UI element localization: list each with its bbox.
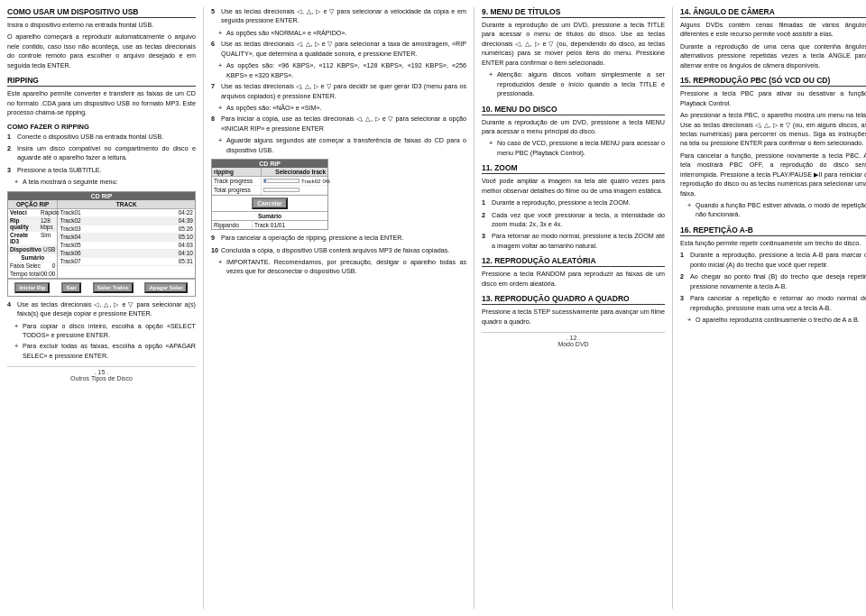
ab-step-1-num: 1 — [680, 251, 687, 270]
cdrip-table: CD RIP OPÇÃO RIP Veloci Rápido Rip quali… — [7, 191, 196, 297]
track-progress-pct: 0% — [322, 179, 330, 184]
step-10: 10 Concluída a cópia, o dispositivo USB … — [211, 246, 466, 255]
bullet-icon-6: + — [218, 61, 224, 80]
step-4-text: Use as teclas direcionais ◁, △, ▷ e ▽ pa… — [17, 300, 196, 319]
step-1-num: 1 — [7, 133, 14, 142]
bullet-4b-text: Para excluir todas as faixas, escolha a … — [23, 342, 196, 361]
s14-p1: Alguns DVDs contêm cenas filmadas de vár… — [680, 21, 866, 40]
bullet-icon-8: + — [218, 136, 224, 155]
column-2: 5 Use as teclas direcionais ◁, △, ▷ e ▽ … — [204, 7, 474, 609]
step-5: 5 Use as teclas direcionais ◁, △, ▷ e ▽ … — [211, 7, 466, 26]
section13-title: 13. REPRODUÇÃO QUADRO A QUADRO — [482, 294, 665, 305]
step-10-text: Concluída a cópia, o dispositivo USB con… — [221, 246, 449, 255]
step-4: 4 Use as teclas direcionais ◁, △, ▷ e ▽ … — [7, 300, 196, 319]
bullet-8-text: Aguarde alguns segundos até começar a tr… — [226, 136, 466, 155]
ripping-p1: Este aparelho permite converter e transf… — [7, 89, 196, 117]
ab-step-3-text: Para cancelar a repetição e retornar ao … — [690, 294, 866, 313]
cdrip-rip-quality-val: 128 kbps — [41, 217, 55, 230]
bullet-icon-1: + — [14, 178, 20, 187]
cdrip2-rippando-label: Rippando — [212, 221, 253, 229]
bullet-s16-text: O aparelho reproduzirá continuamente o t… — [696, 316, 860, 325]
bullet-icon-s16: + — [687, 316, 693, 325]
step-3-text: Pressione a tecla SUBTITLE. — [17, 166, 101, 175]
bullet-s15-text: Quando a função PBC estiver ativada, o m… — [696, 201, 866, 220]
cdrip-track06: Track06 — [60, 250, 80, 256]
s10-p1: Durante a reprodução de um DVD, pression… — [482, 118, 665, 137]
bullet-10: + IMPORTANTE. Recomendamos, por precauçã… — [211, 258, 466, 277]
cdrip2-header-left: ripping — [212, 168, 262, 176]
column-4: 14. ÂNGULO DE CÂMERA Alguns DVDs contêm … — [673, 7, 866, 609]
step-4-num: 4 — [7, 300, 14, 319]
cdrip-faixaselec-val: 0 — [52, 262, 56, 269]
btn-apagar-selec[interactable]: Apagar Selec — [144, 282, 188, 293]
ab-step-2-num: 2 — [680, 272, 687, 291]
zoom-step-1-text: Durante a reprodução, pressione a tecla … — [492, 198, 631, 207]
bullet-icon-7: + — [218, 104, 224, 113]
section9-title: 9. MENU DE TÍTULOS — [482, 7, 665, 18]
section14-title: 14. ÂNGULO DE CÂMERA — [680, 7, 866, 18]
cdrip-track02-time: 04:39 — [179, 217, 193, 224]
ab-step-1-text: Durante a reprodução, pressione a tecla … — [690, 251, 866, 270]
cdrip-createid3-label: Create ID3 — [10, 232, 39, 244]
cdrip2-rippando-num: 01/01 — [271, 222, 285, 228]
step-6: 6 Use as teclas direcionais ◁, △, ▷ e ▽ … — [211, 40, 466, 59]
cdrip-veloci-val: Rápido — [41, 209, 60, 216]
col1-page-num: . 15 . — [7, 369, 196, 375]
bullet-4b: + Para excluir todas as faixas, escolha … — [7, 342, 196, 361]
section-usb-title: COMO USAR UM DISPOSITIVO USB — [7, 7, 196, 18]
step-2-text: Insira um disco compatível no compartime… — [17, 144, 196, 163]
bullet-s10: + No caso de VCD, pressione a tecla MENU… — [482, 139, 665, 158]
s15-p1: Pressione a tecla PBC para ativar ou des… — [680, 89, 866, 108]
bullet-s15: + Quando a função PBC estiver ativada, o… — [680, 201, 866, 220]
cdrip2-track-progress-label: Track progress — [212, 177, 262, 185]
ab-step-1: 1 Durante a reprodução, pressione a tecl… — [680, 251, 866, 270]
step-6-num: 6 — [211, 40, 218, 59]
step-8-text: Para iniciar a cópia, use as teclas dire… — [221, 115, 466, 133]
bullet-icon-4b: + — [14, 342, 20, 361]
bullet-7-text: As opções são: «NÃO» e «SIM». — [226, 104, 321, 113]
s9-p1: Durante a reprodução de um DVD, pression… — [482, 21, 665, 68]
step-9: 9 Para cancelar a operação de ripping, p… — [211, 234, 466, 243]
cdrip-faixaselec-label: Faixa Selec — [10, 262, 41, 269]
step-9-num: 9 — [211, 234, 218, 243]
bullet-step3: + A tela mostrará o seguinte menu: — [7, 178, 196, 187]
cdrip-rip-quality-label: Rip quality — [10, 217, 39, 230]
cdrip-track04: Track04 — [60, 234, 80, 240]
bullet-5: + As opções são «NORMAL» e «RÁPIDO». — [211, 29, 466, 38]
cdrip-title: CD RIP — [8, 192, 195, 200]
s11-p1: Você pode ampliar a imagem na tela até q… — [482, 177, 665, 196]
btn-iniciar-rip[interactable]: Iniciar Rip — [14, 282, 50, 293]
cdrip2-title: CD RIP — [212, 160, 327, 168]
step-1: 1 Conecte o dispositivo USB na entrada f… — [7, 133, 196, 142]
zoom-step-1-num: 1 — [482, 198, 489, 207]
cdrip-track03: Track03 — [60, 225, 80, 232]
step-8-num: 8 — [211, 115, 218, 133]
s15-p2: Ao pressionar a tecla PBC, o aparelho mo… — [680, 111, 866, 149]
bullet-icon-s9: + — [489, 70, 494, 98]
cdrip-track04-time: 05:10 — [179, 234, 193, 240]
section-ripping-title: RIPPING — [7, 76, 196, 87]
col3-footer-text: Modo DVD — [482, 341, 665, 347]
zoom-step-2-num: 2 — [482, 211, 489, 230]
bullet-icon-5: + — [218, 29, 224, 38]
section15-title: 15. REPRODUÇÃO PBC (SÓ VCD OU CD) — [680, 76, 866, 87]
step-5-num: 5 — [211, 7, 218, 26]
bullet-s9: + Atenção: alguns discos voltam simplesm… — [482, 70, 665, 98]
bullet-6-text: As opções são: «96 KBPS», «112 KBPS», «1… — [226, 61, 466, 80]
bullet-s16: + O aparelho reproduzirá continuamente o… — [680, 316, 866, 325]
cdrip-track05-time: 04:03 — [179, 242, 193, 248]
ab-step-3-num: 3 — [680, 294, 687, 313]
col1-footer-text: Outros Tipos de Disco — [7, 375, 196, 382]
bullet-step3-text: A tela mostrará o seguinte menu: — [23, 178, 117, 187]
column-1: COMO USAR UM DISPOSITIVO USB Insira o di… — [5, 7, 204, 609]
section16-title: 16. REPETIÇÃO A-B — [680, 225, 866, 236]
cdrip-track02: Track02 — [60, 217, 80, 224]
section10-title: 10. MENU DO DISCO — [482, 105, 665, 115]
zoom-step-2-text: Cada vez que você pressionar a tecla, a … — [492, 211, 665, 230]
btn-selec-todos[interactable]: Selec Todos — [93, 282, 134, 293]
bullet-icon-4a: + — [14, 322, 20, 341]
track-progress-track: Track02 — [301, 179, 320, 184]
bullet-s10-text: No caso de VCD, pressione a tecla MENU p… — [497, 139, 665, 158]
btn-sair[interactable]: Sair — [61, 282, 80, 293]
cdrip2-cancel-btn[interactable]: Cancelar — [252, 198, 288, 209]
